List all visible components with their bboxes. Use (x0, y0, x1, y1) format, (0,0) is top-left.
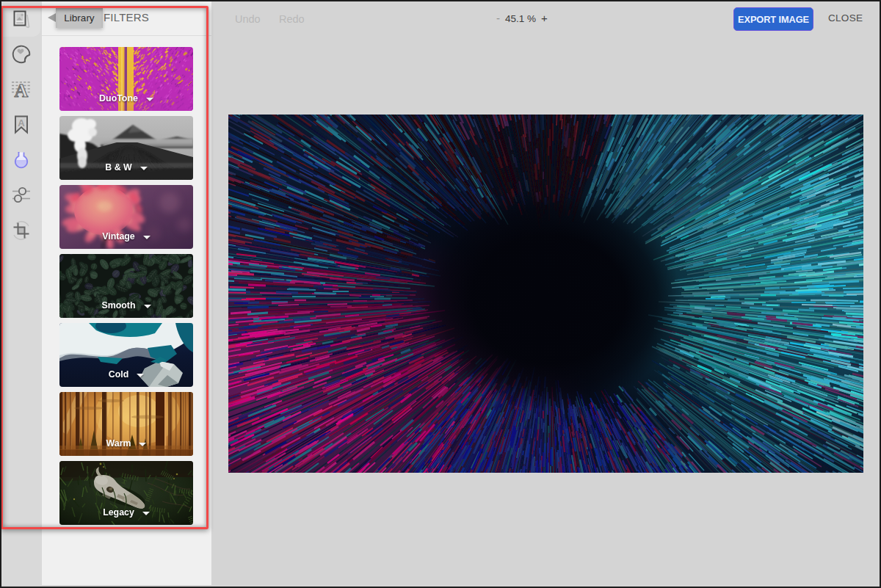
svg-text:A: A (15, 80, 29, 101)
svg-text:A: A (18, 117, 25, 128)
